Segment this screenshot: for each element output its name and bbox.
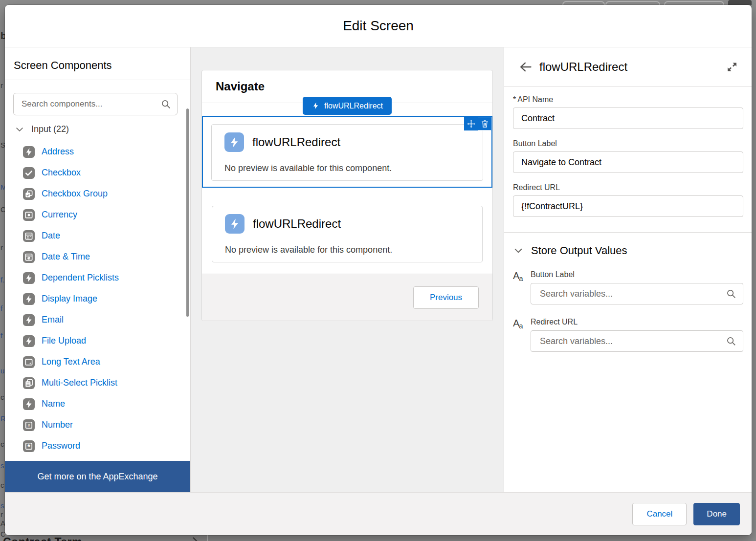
cancel-button[interactable]: Cancel <box>632 503 687 525</box>
output-button-label-row: Aa Button Label <box>513 270 743 304</box>
move-button[interactable] <box>464 117 478 130</box>
button-label-label: Button Label <box>513 139 743 148</box>
component-actions <box>464 117 491 130</box>
calendar-clock-icon <box>23 251 35 263</box>
backdrop-text-fragment: u <box>0 367 4 375</box>
chevron-down-icon <box>513 245 524 256</box>
sidebar-item-address[interactable]: Address <box>5 141 190 162</box>
sidebar-title: Screen Components <box>5 47 190 80</box>
component-selected[interactable]: flowURLRedirect No preview is available … <box>202 116 492 188</box>
backdrop-text-fragment: c <box>0 481 4 489</box>
sidebar-item-date-time[interactable]: Date & Time <box>5 246 190 267</box>
selected-component-tab-label: flowURLRedirect <box>324 102 383 110</box>
output-button-label: Button Label <box>531 270 743 279</box>
backdrop-text-fragment: r <box>0 510 3 519</box>
modal-footer: Cancel Done <box>5 492 752 535</box>
hash-icon: # <box>23 419 35 431</box>
backdrop-bottom-strip: Contract Term <box>0 535 756 541</box>
sidebar-item-name[interactable]: Name <box>5 393 190 414</box>
backdrop-text-fragment: c <box>0 440 4 448</box>
backdrop-chevron-icon <box>192 536 199 541</box>
expand-icon[interactable] <box>726 61 738 73</box>
component-title: flowURLRedirect <box>253 217 341 231</box>
screen-components-sidebar: Screen Components Input (22) Address Che… <box>5 47 191 492</box>
bolt-icon <box>23 272 35 284</box>
bolt-icon <box>23 314 35 326</box>
sidebar-item-email[interactable]: Email <box>5 309 190 330</box>
chevron-down-icon <box>15 125 24 134</box>
sidebar-item-checkbox-group[interactable]: Checkbox Group <box>5 183 190 204</box>
back-arrow-icon[interactable] <box>519 60 533 74</box>
text-type-icon: Aa <box>513 270 531 304</box>
backdrop-left-fragments: brSMCrf.ffucRcscsrAC <box>0 0 5 541</box>
redirect-url-label: Redirect URL <box>513 183 743 192</box>
component-list: Address Checkbox Checkbox Group Currency… <box>5 137 190 461</box>
component-preview: flowURLRedirect No preview is available … <box>211 124 483 181</box>
component-title: flowURLRedirect <box>252 135 340 149</box>
screen-preview-card: Navigate flowURLRedirect <box>201 70 493 321</box>
flow-component-icon <box>225 214 245 234</box>
bolt-icon <box>23 146 35 158</box>
sidebar-item-password[interactable]: *Password <box>5 435 190 456</box>
redirect-url-input[interactable] <box>513 195 743 217</box>
modal-header: Edit Screen <box>5 5 752 47</box>
backdrop-text-fragment: s <box>0 461 4 470</box>
check-icon <box>23 167 35 179</box>
component-preview-text: No preview is available for this compone… <box>224 163 470 173</box>
component-properties-panel: flowURLRedirect *API Name Button Label <box>504 47 752 492</box>
button-label-input[interactable] <box>513 151 743 173</box>
svg-text:#: # <box>28 423 30 428</box>
textarea-icon <box>23 356 35 368</box>
sidebar-item-dependent-picklists[interactable]: Dependent Picklists <box>5 267 190 288</box>
sidebar-item-file-upload[interactable]: File Upload <box>5 330 190 351</box>
appexchange-button[interactable]: Get more on the AppExchange <box>5 461 190 492</box>
api-name-label: *API Name <box>513 95 743 104</box>
sidebar-item-date[interactable]: Date <box>5 225 190 246</box>
done-button[interactable]: Done <box>693 503 740 525</box>
selected-component-tab[interactable]: flowURLRedirect <box>303 97 392 115</box>
backdrop-text-fragment: r <box>0 243 3 252</box>
api-name-input[interactable] <box>513 108 743 129</box>
component-preview-text: No preview is available for this compone… <box>225 245 469 255</box>
sidebar-item-checkbox[interactable]: Checkbox <box>5 162 190 183</box>
sidebar-item-multi-select-picklist[interactable]: Multi-Select Picklist <box>5 372 190 393</box>
panel-divider <box>504 232 752 233</box>
sidebar-item-display-image[interactable]: Display Image <box>5 288 190 309</box>
svg-text:*: * <box>27 443 30 451</box>
sidebar-scrollbar[interactable] <box>186 108 189 317</box>
flow-component-icon <box>224 132 244 152</box>
sidebar-section-label: Input (22) <box>31 124 69 134</box>
sidebar-item-currency[interactable]: Currency <box>5 204 190 225</box>
sidebar-section-input[interactable]: Input (22) <box>5 115 190 137</box>
panel-header: flowURLRedirect <box>504 47 752 87</box>
sidebar-item-long-text-area[interactable]: Long Text Area <box>5 351 190 372</box>
output-redirect-url-search-input[interactable] <box>531 330 743 352</box>
store-output-values-title: Store Output Values <box>531 244 627 257</box>
calendar-icon <box>23 230 35 242</box>
previous-button[interactable]: Previous <box>413 286 479 309</box>
backdrop-text-fragment: S <box>0 141 5 149</box>
checkbox-group-icon <box>23 188 35 200</box>
backdrop-text-fragment: R <box>0 414 5 423</box>
backdrop-toolbar-button-dark <box>728 0 752 5</box>
delete-button[interactable] <box>478 117 491 130</box>
bolt-icon <box>23 398 35 410</box>
text-type-icon: Aa <box>513 318 531 352</box>
panel-title: flowURLRedirect <box>539 60 627 74</box>
backdrop-text-fragment: c <box>0 393 4 401</box>
screen-title: Navigate <box>216 80 265 93</box>
store-output-values-toggle[interactable]: Store Output Values <box>513 244 743 257</box>
backdrop-text-fragment: f <box>0 304 2 312</box>
backdrop-text-fragment: C <box>0 205 5 214</box>
backdrop-text-fragment: M <box>0 183 5 191</box>
bolt-icon <box>23 335 35 347</box>
backdrop-text-fragment: s <box>0 501 4 510</box>
sidebar-item-number[interactable]: #Number <box>5 414 190 435</box>
sidebar-divider <box>5 80 190 80</box>
output-button-label-search-input[interactable] <box>531 283 743 304</box>
picklist-icon <box>23 377 35 389</box>
backdrop-text-fragment: A <box>0 519 5 527</box>
search-icon <box>726 288 736 299</box>
search-components-input[interactable] <box>13 93 178 115</box>
component-unselected[interactable]: flowURLRedirect No preview is available … <box>212 206 483 262</box>
